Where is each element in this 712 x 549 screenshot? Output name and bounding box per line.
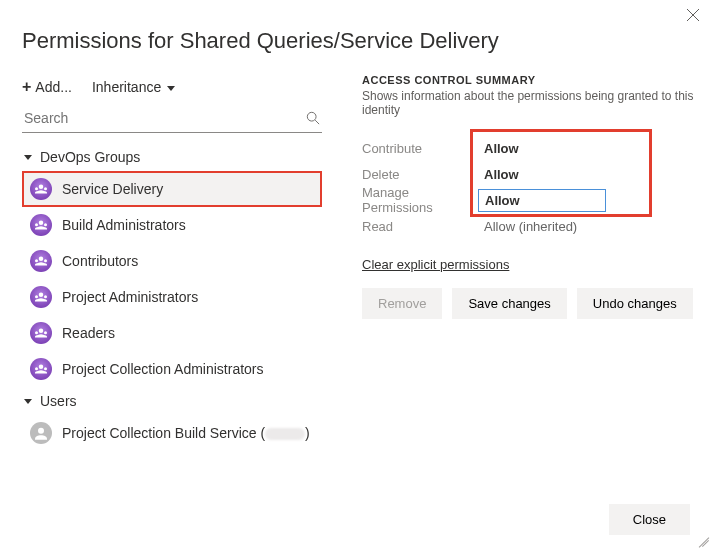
user-icon xyxy=(30,422,52,444)
identity-panel: + Add... Inheritance DevOps Groups Servi… xyxy=(22,72,322,451)
identity-list: DevOps Groups Service Delivery Build Adm… xyxy=(22,143,322,451)
group-label: Users xyxy=(40,393,77,409)
close-button[interactable]: Close xyxy=(609,504,690,535)
perm-value-dropdown[interactable]: Allow xyxy=(478,138,525,159)
remove-button[interactable]: Remove xyxy=(362,288,442,319)
identity-contributors[interactable]: Contributors xyxy=(22,243,322,279)
identity-label: Project Collection Build Service () xyxy=(62,425,310,441)
identity-label: Project Administrators xyxy=(62,289,198,305)
search-icon xyxy=(306,111,320,125)
search-input[interactable] xyxy=(24,110,306,126)
add-button[interactable]: + Add... xyxy=(22,78,72,96)
chevron-down-icon xyxy=(24,155,32,160)
perm-label: Manage Permissions xyxy=(362,185,478,215)
svg-line-3 xyxy=(315,120,319,124)
acs-panel: ACCESS CONTROL SUMMARY Shows information… xyxy=(322,72,694,451)
acs-subtitle: Shows information about the permissions … xyxy=(362,89,694,117)
group-icon xyxy=(30,358,52,380)
action-buttons: Remove Save changes Undo changes xyxy=(362,288,694,319)
save-changes-button[interactable]: Save changes xyxy=(452,288,566,319)
svg-point-2 xyxy=(307,112,316,121)
identity-label: Contributors xyxy=(62,253,138,269)
group-icon xyxy=(30,178,52,200)
perm-row-manage: Manage Permissions Allow xyxy=(362,187,694,213)
identity-label: Readers xyxy=(62,325,115,341)
identity-label: Service Delivery xyxy=(62,181,163,197)
perm-label: Read xyxy=(362,219,478,234)
inheritance-label: Inheritance xyxy=(92,79,161,95)
identity-project-admins[interactable]: Project Administrators xyxy=(22,279,322,315)
group-icon xyxy=(30,322,52,344)
identity-label: Project Collection Administrators xyxy=(62,361,264,377)
add-label: Add... xyxy=(35,79,72,95)
group-label: DevOps Groups xyxy=(40,149,140,165)
inheritance-dropdown[interactable]: Inheritance xyxy=(92,79,175,95)
perm-row-read: Read Allow (inherited) xyxy=(362,213,694,239)
search-box[interactable] xyxy=(22,106,322,133)
chevron-down-icon xyxy=(24,399,32,404)
permission-grid: Contribute Allow Delete Allow Manage Per… xyxy=(362,135,694,239)
identity-service-delivery[interactable]: Service Delivery xyxy=(22,171,322,207)
close-icon[interactable] xyxy=(686,8,700,26)
acs-title: ACCESS CONTROL SUMMARY xyxy=(362,74,694,86)
perm-value-dropdown[interactable]: Allow xyxy=(478,189,606,212)
page-title: Permissions for Shared Queries/Service D… xyxy=(0,0,712,72)
perm-row-delete: Delete Allow xyxy=(362,161,694,187)
perm-value-dropdown[interactable]: Allow xyxy=(478,164,525,185)
identity-collection-build-service[interactable]: Project Collection Build Service () xyxy=(22,415,322,451)
identity-collection-admins[interactable]: Project Collection Administrators xyxy=(22,351,322,387)
identity-label: Build Administrators xyxy=(62,217,186,233)
group-header-users[interactable]: Users xyxy=(22,387,322,415)
resize-grip[interactable] xyxy=(695,532,709,546)
identity-build-admins[interactable]: Build Administrators xyxy=(22,207,322,243)
main-area: + Add... Inheritance DevOps Groups Servi… xyxy=(0,72,712,451)
left-toolbar: + Add... Inheritance xyxy=(22,72,322,106)
redacted-text xyxy=(265,428,305,440)
perm-value-dropdown[interactable]: Allow (inherited) xyxy=(478,216,583,237)
group-icon xyxy=(30,214,52,236)
perm-row-contribute: Contribute Allow xyxy=(362,135,694,161)
footer: Close xyxy=(609,504,690,535)
chevron-down-icon xyxy=(167,86,175,91)
group-icon xyxy=(30,250,52,272)
group-header-devops[interactable]: DevOps Groups xyxy=(22,143,322,171)
identity-readers[interactable]: Readers xyxy=(22,315,322,351)
svg-point-4 xyxy=(38,428,44,434)
clear-explicit-permissions-link[interactable]: Clear explicit permissions xyxy=(362,257,509,272)
group-icon xyxy=(30,286,52,308)
plus-icon: + xyxy=(22,78,31,96)
perm-label: Contribute xyxy=(362,141,478,156)
undo-changes-button[interactable]: Undo changes xyxy=(577,288,693,319)
perm-label: Delete xyxy=(362,167,478,182)
